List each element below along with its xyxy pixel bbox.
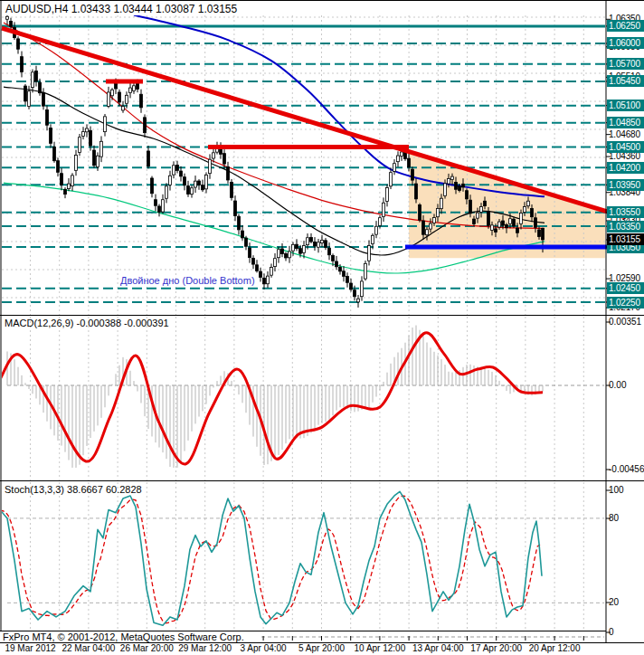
candle-body (32, 72, 34, 88)
candle-body (354, 290, 356, 297)
candle-body (256, 265, 259, 271)
price-level-flag: 1.05700 (607, 58, 644, 70)
candle-body (310, 238, 313, 242)
candle-body (498, 222, 501, 227)
price-level-flag: 1.04200 (607, 162, 644, 174)
candle-body (151, 178, 154, 194)
candle-body (173, 166, 175, 175)
candle-body (527, 201, 530, 205)
stoch-axis-label: 100 (609, 485, 624, 496)
candle-body (361, 281, 364, 297)
chart-title: AUDUSD,H4 1.03433 1.03444 1.03087 1.0315… (5, 3, 237, 15)
candle-body (249, 248, 251, 258)
candle-body (455, 182, 458, 189)
time-axis-label: 19 Mar 2012 (5, 643, 55, 653)
candle-body (6, 16, 9, 19)
time-axis-label: 3 Apr 04:00 (241, 643, 287, 653)
candle-body (270, 268, 273, 276)
candle-body (267, 276, 270, 284)
time-axis-label: 26 Mar 20:00 (120, 643, 174, 653)
candle-body (350, 283, 353, 290)
candle-body (444, 184, 447, 196)
candle-body (140, 94, 143, 108)
candle-body (242, 231, 244, 238)
candle-body (223, 154, 226, 164)
candle-body (469, 200, 472, 214)
candle-body (433, 218, 436, 223)
candle-body (111, 90, 114, 96)
price-level-flag: 1.06250 (607, 20, 644, 32)
candle-body (459, 186, 461, 191)
candle-body (205, 175, 208, 188)
stoch-indicator-label: Stoch(13,3,3) 38.6667 60.2828 (5, 484, 142, 495)
candle-body (57, 161, 60, 173)
candle-body (82, 132, 85, 137)
price-level-flag: 1.03350 (607, 221, 644, 233)
candle-body (372, 235, 374, 243)
candle-body (296, 244, 298, 248)
candle-body (332, 255, 335, 261)
candle-body (122, 106, 125, 109)
candle-body (462, 184, 465, 187)
candle-body (314, 242, 317, 246)
candle-body (368, 245, 371, 261)
price-tick-label: 1.04680 (609, 129, 640, 140)
current-price-flag: 1.03155 (607, 233, 644, 245)
candle-body (451, 176, 454, 179)
stoch-axis-label: 20 (609, 597, 619, 608)
candle-body (115, 84, 118, 89)
candle-body (466, 191, 469, 199)
candle-body (97, 156, 99, 166)
candle-body (43, 92, 45, 106)
candle-body (538, 230, 541, 236)
candle-body (542, 228, 545, 240)
candle-body (285, 253, 288, 257)
candle-body (126, 95, 128, 103)
price-level-flag: 1.02450 (607, 282, 644, 294)
candle-body (506, 224, 508, 227)
double-bottom-annotation[interactable]: Двойное дно (Double Bottom) (120, 275, 255, 286)
time-axis-label: 29 Mar 12:00 (178, 643, 232, 653)
time-axis-label: 17 Apr 20:00 (470, 643, 522, 653)
candle-body (325, 241, 327, 248)
candle-body (328, 248, 331, 255)
candle-body (209, 159, 212, 173)
candle-body (383, 203, 385, 216)
candle-body (194, 181, 197, 187)
price-level-flag: 1.06000 (607, 37, 644, 49)
candle-body (53, 147, 56, 160)
candle-body (535, 218, 537, 228)
candle-body (339, 267, 342, 271)
candle-body (412, 169, 414, 180)
candle-body (68, 184, 71, 188)
stoch-axis-label: 0 (609, 627, 614, 638)
price-level-flag: 1.03550 (607, 206, 644, 218)
candle-body (162, 200, 165, 212)
candle-body (213, 153, 215, 158)
candle-body (191, 188, 194, 195)
candle-body (79, 138, 81, 153)
candle-body (158, 206, 161, 213)
candle-body (35, 71, 38, 81)
candle-body (169, 176, 172, 185)
macd-axis-label: 0.00 (609, 380, 626, 391)
candle-body (375, 226, 378, 234)
candle-body (379, 218, 382, 226)
candle-body (336, 261, 338, 267)
candle-body (321, 241, 324, 243)
candle-body (281, 249, 284, 254)
candle-body (484, 201, 487, 205)
candle-body (227, 166, 230, 180)
candle-body (274, 259, 277, 267)
candle-body (509, 219, 512, 224)
candle-body (415, 184, 418, 199)
candle-body (198, 181, 201, 185)
macd-indicator-label: MACD(12,26,9) -0.000388 -0.000391 (5, 318, 169, 328)
time-axis-label: 22 Mar 04:00 (62, 643, 115, 653)
candle-body (480, 207, 483, 213)
time-axis-label: 13 Apr 04:00 (412, 643, 464, 653)
candle-body (430, 223, 432, 229)
candle-body (422, 221, 425, 234)
candle-body (386, 187, 389, 201)
time-axis-label: 20 Apr 12:00 (529, 643, 581, 653)
